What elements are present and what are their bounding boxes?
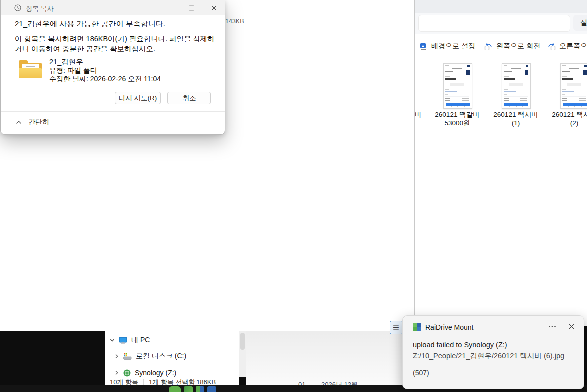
maximize-button[interactable]	[183, 0, 199, 15]
set-background-button[interactable]: 배경으로 설정	[419, 41, 475, 51]
search-box-label: 실	[580, 18, 587, 27]
dialog-divider	[1, 111, 225, 112]
synology-icon	[123, 369, 131, 377]
list-view-button[interactable]: ☰	[390, 321, 403, 334]
disk-icon	[123, 353, 132, 360]
rotate-left-icon	[484, 42, 493, 51]
background-panel	[246, 331, 402, 385]
explorer-address-row: 실	[415, 13, 587, 34]
file-label-partial: 비	[415, 110, 422, 119]
file-name-line2: (2)	[544, 119, 587, 127]
folder-type: 유형: 파일 폴더	[49, 66, 97, 75]
taskbar-icon[interactable]	[207, 386, 216, 392]
dialog-titlebar: 항목 복사	[1, 0, 225, 15]
rotate-right-icon	[547, 42, 556, 51]
taskbar-icon[interactable]	[169, 386, 181, 392]
tree-item-synology[interactable]: Synology (Z:)	[114, 367, 176, 379]
scrollbar[interactable]	[239, 331, 246, 377]
toast-close-button[interactable]	[565, 320, 578, 333]
command-label: 오른쪽으로 회전	[559, 42, 587, 51]
tree-item-local-disk[interactable]: 로컬 디스크 (C:)	[114, 350, 186, 362]
rotate-right-button[interactable]: 오른쪽으로 회전	[547, 41, 587, 51]
tab-divider	[245, 0, 245, 13]
folder-name: 21_김현우	[49, 57, 83, 67]
tree-item-label: 로컬 디스크 (C:)	[136, 352, 186, 361]
dialog-heading: 21_김현우에 사용 가능한 공간이 부족합니다.	[15, 19, 165, 29]
toast-error-code: (507)	[413, 369, 429, 377]
chevron-right-icon[interactable]	[114, 354, 119, 359]
toast-message-line1: upload failed to Synology (Z:)	[413, 341, 507, 349]
file-size-text: 143KB	[225, 18, 244, 25]
tree-item-my-pc[interactable]: 내 PC	[110, 334, 150, 346]
taskbar-icon[interactable]	[184, 386, 193, 392]
address-bar[interactable]	[418, 15, 570, 32]
chevron-down-icon[interactable]	[110, 338, 115, 343]
file-item[interactable]: 260121 택시비 (2)	[560, 63, 587, 128]
command-bar: 배경으로 설정 왼쪽으로 회전 오른쪽으로 회전	[415, 34, 587, 59]
more-icon	[549, 326, 556, 327]
pc-icon	[119, 337, 127, 344]
search-box[interactable]: 실	[573, 15, 587, 31]
chevron-up-icon	[16, 120, 22, 125]
toast-more-button[interactable]	[546, 320, 559, 333]
receipt-thumbnail	[560, 63, 587, 109]
close-button[interactable]	[205, 0, 222, 15]
copy-dialog: 항목 복사 21_김현우에 사용 가능한 공간이 부족합니다. 이 항목을 복사…	[0, 0, 225, 135]
rotate-left-button[interactable]: 왼쪽으로 회전	[484, 41, 540, 51]
file-name-line1: 260121 택시비	[544, 110, 587, 119]
status-separator	[143, 379, 144, 386]
close-icon	[569, 324, 574, 329]
receipt-thumbnail	[443, 63, 472, 109]
dialog-title: 항목 복사	[26, 4, 54, 13]
file-name-line2: 53000원	[427, 119, 487, 127]
clock-icon	[14, 4, 22, 12]
scrollbar-thumb[interactable]	[240, 333, 245, 350]
command-label: 왼쪽으로 회전	[496, 42, 540, 51]
status-separator	[221, 379, 221, 386]
close-icon	[211, 5, 217, 11]
chevron-right-icon[interactable]	[114, 370, 119, 375]
raidrive-icon	[413, 323, 421, 331]
minimize-icon	[166, 8, 171, 8]
screen: 143KB 실 배경으로 설정	[0, 0, 587, 392]
list-view-icon: ☰	[393, 323, 399, 332]
details-toggle[interactable]: 간단히	[16, 118, 49, 127]
folder-icon	[19, 60, 43, 80]
set-background-icon	[419, 42, 428, 51]
command-label: 배경으로 설정	[431, 42, 475, 51]
file-name-line1: 260121 떡갈비	[427, 110, 487, 119]
explorer-window: 실 배경으로 설정 왼쪽으로 회전	[414, 0, 587, 326]
maximize-icon	[189, 5, 194, 11]
explorer-tab-band	[415, 0, 587, 13]
receipt-thumbnail	[502, 63, 531, 109]
minimize-button[interactable]	[160, 0, 177, 15]
tree-item-label: 내 PC	[131, 336, 150, 345]
cancel-button[interactable]: 취소	[167, 92, 211, 104]
toast-app-name: RaiDrive Mount	[425, 323, 473, 331]
folder-modified-date: 수정한 날짜: 2026-02-26 오전 11:04	[49, 75, 161, 84]
retry-button[interactable]: 다시 시도(R)	[115, 92, 161, 104]
taskbar-icon[interactable]	[196, 386, 204, 392]
file-name-line1: 260121 택시비	[486, 110, 546, 119]
details-toggle-label: 간단히	[28, 118, 49, 127]
notification-toast: RaiDrive Mount upload failed to Synology…	[402, 315, 584, 389]
dialog-body-text: 이 항목을 복사하려면 186KB이(가) 필요합니다. 파일을 삭제하거나 이…	[15, 34, 216, 54]
tree-item-label: Synology (Z:)	[135, 369, 176, 377]
navigation-pane: 내 PC 로컬 디스크 (C:) Synology (Z:) 10개 항목 1	[105, 331, 239, 386]
file-name-line2: (1)	[486, 119, 546, 127]
toast-message-line2: Z:/10_People/21_김현우/260121 택시비 (6).jpg	[413, 351, 564, 361]
